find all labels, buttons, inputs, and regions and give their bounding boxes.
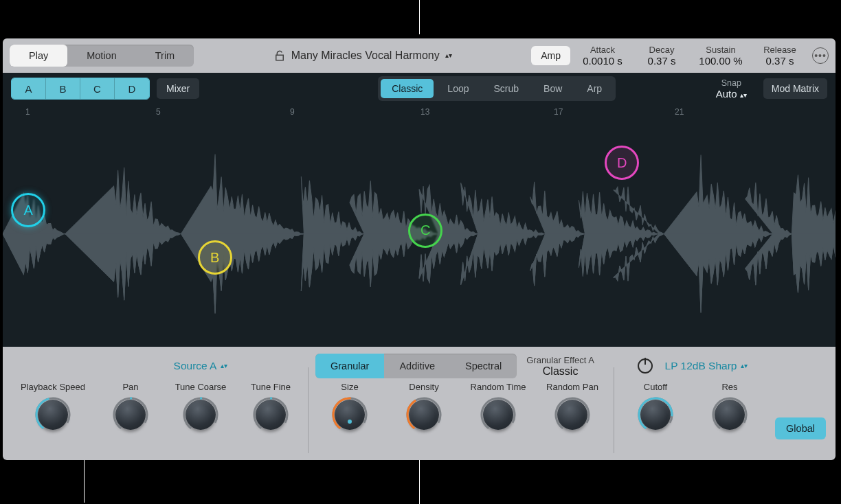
source-pills: A B C D: [11, 78, 150, 100]
chevron-up-down-icon: ▴▾: [740, 93, 747, 98]
playhead-marker-c[interactable]: C: [408, 214, 442, 248]
effect-tab-granular[interactable]: Granular: [315, 354, 384, 378]
knob-random-pan[interactable]: [554, 396, 591, 433]
source-dropdown[interactable]: Source A▴▾: [98, 354, 304, 378]
timeline-ruler: 1 5 9 13 17 21: [3, 107, 836, 121]
mixer-button[interactable]: Mixer: [157, 78, 199, 99]
filter-power-button[interactable]: [638, 358, 653, 374]
preset-selector[interactable]: Many Miracles Vocal Harmony ▴▾: [199, 49, 526, 62]
filter-type-dropdown[interactable]: LP 12dB Sharp▴▾: [665, 360, 748, 372]
granular-effect-readout[interactable]: Granular Effect A Classic: [526, 355, 594, 378]
effect-tab-spectral[interactable]: Spectral: [450, 354, 517, 378]
svg-point-16: [637, 396, 674, 433]
env-sustain[interactable]: Sustain100.00 %: [694, 45, 748, 67]
svg-point-13: [480, 396, 517, 433]
unlock-icon: [273, 49, 286, 62]
svg-point-6: [252, 396, 289, 433]
waveform-panel: A B C D Mixer Classic Loop Scrub Bow Arp…: [3, 73, 836, 347]
source-pill-a[interactable]: A: [12, 78, 46, 99]
snap-menu[interactable]: Snap Auto ▴▾: [716, 78, 750, 100]
svg-point-1: [34, 396, 71, 433]
playhead-marker-b[interactable]: B: [198, 240, 232, 275]
svg-point-10: [348, 420, 352, 424]
mode-arp[interactable]: Arp: [576, 79, 613, 98]
more-menu-button[interactable]: •••: [812, 47, 829, 64]
env-attack[interactable]: Attack0.0010 s: [576, 45, 629, 67]
waveform-display[interactable]: A B C D: [3, 121, 836, 347]
mode-loop[interactable]: Loop: [436, 79, 480, 98]
knob-density[interactable]: [405, 396, 442, 433]
env-release[interactable]: Release0.37 s: [753, 45, 807, 67]
knob-cutoff[interactable]: [637, 396, 674, 433]
knob-tune-fine[interactable]: [252, 396, 289, 433]
source-pill-d[interactable]: D: [115, 78, 149, 99]
divider: [308, 367, 309, 453]
view-tabs: Play Motion Trim: [10, 45, 194, 67]
tab-trim[interactable]: Trim: [136, 45, 194, 67]
knob-playback-speed-col: Playback Speed: [8, 354, 98, 433]
effect-tabs: Granular Additive Spectral: [315, 354, 517, 378]
knob-playback-speed[interactable]: [34, 396, 71, 433]
mod-matrix-button[interactable]: Mod Matrix: [763, 78, 827, 99]
mode-bow[interactable]: Bow: [532, 79, 573, 98]
knob-size[interactable]: [331, 396, 368, 433]
preset-name: Many Miracles Vocal Harmony: [291, 49, 440, 62]
knob-tune-coarse[interactable]: [182, 396, 219, 433]
svg-point-14: [554, 396, 591, 433]
svg-point-12: [405, 396, 442, 433]
top-bar: Play Motion Trim Many Miracles Vocal Har…: [3, 38, 836, 73]
knob-random-time[interactable]: [480, 396, 517, 433]
svg-point-9: [331, 396, 368, 433]
amp-button[interactable]: Amp: [531, 46, 570, 65]
chevron-up-down-icon: ▴▾: [221, 363, 227, 369]
mode-scrub[interactable]: Scrub: [483, 79, 530, 98]
svg-point-0: [34, 396, 71, 433]
source-pill-b[interactable]: B: [46, 78, 80, 99]
svg-point-11: [405, 396, 442, 433]
sample-alchemy-plugin: Play Motion Trim Many Miracles Vocal Har…: [3, 38, 836, 460]
knob-res[interactable]: [711, 396, 748, 433]
svg-point-4: [182, 396, 219, 433]
mode-classic[interactable]: Classic: [381, 79, 434, 98]
effect-tab-additive[interactable]: Additive: [384, 354, 450, 378]
chevron-up-down-icon: ▴▾: [741, 363, 748, 369]
chevron-up-down-icon: ▴▾: [445, 53, 452, 58]
svg-point-2: [112, 396, 149, 433]
knob-pan[interactable]: [112, 396, 149, 433]
mode-tabs: Classic Loop Scrub Bow Arp: [378, 76, 616, 101]
env-decay[interactable]: Decay0.37 s: [635, 45, 688, 67]
svg-point-8: [331, 396, 368, 433]
tab-play[interactable]: Play: [10, 45, 67, 67]
global-button[interactable]: Global: [775, 417, 826, 439]
tab-motion[interactable]: Motion: [67, 45, 136, 67]
svg-point-17: [711, 396, 748, 433]
svg-point-15: [637, 396, 674, 433]
source-pill-c[interactable]: C: [80, 78, 115, 99]
parameter-panel: Playback Speed Source A▴▾ Pan Tune Coars…: [3, 347, 836, 460]
divider: [614, 367, 614, 453]
waveform-header: A B C D Mixer Classic Loop Scrub Bow Arp…: [3, 73, 836, 104]
